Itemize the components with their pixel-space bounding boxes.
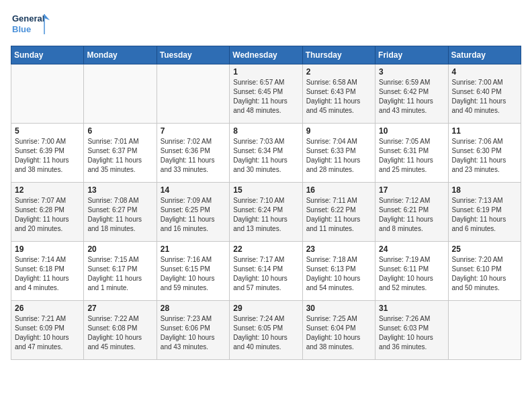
calendar-cell (448, 301, 521, 360)
day-number: 15 (233, 185, 298, 195)
day-info: Sunrise: 7:25 AM Sunset: 6:04 PM Dayligh… (306, 314, 371, 352)
day-info: Sunrise: 7:09 AM Sunset: 6:25 PM Dayligh… (161, 196, 226, 234)
calendar-week-row: 5Sunrise: 7:00 AM Sunset: 6:39 PM Daylig… (11, 124, 521, 183)
day-number: 29 (233, 304, 298, 313)
calendar-cell: 7Sunrise: 7:02 AM Sunset: 6:36 PM Daylig… (157, 124, 229, 183)
day-number: 21 (161, 244, 226, 254)
day-number: 19 (15, 244, 80, 254)
day-info: Sunrise: 7:12 AM Sunset: 6:21 PM Dayligh… (379, 196, 444, 234)
day-info: Sunrise: 7:08 AM Sunset: 6:27 PM Dayligh… (87, 196, 152, 234)
day-number: 8 (233, 126, 298, 136)
weekday-header: Thursday (302, 46, 375, 64)
day-number: 18 (452, 185, 517, 195)
calendar-cell: 20Sunrise: 7:15 AM Sunset: 6:17 PM Dayli… (84, 242, 157, 301)
day-info: Sunrise: 7:00 AM Sunset: 6:39 PM Dayligh… (15, 137, 80, 175)
day-info: Sunrise: 7:23 AM Sunset: 6:06 PM Dayligh… (161, 314, 226, 352)
day-number: 16 (306, 185, 371, 195)
day-number: 13 (87, 185, 152, 195)
day-number: 20 (87, 244, 152, 254)
calendar-cell: 18Sunrise: 7:13 AM Sunset: 6:19 PM Dayli… (448, 183, 521, 242)
calendar-cell: 31Sunrise: 7:26 AM Sunset: 6:03 PM Dayli… (375, 301, 448, 360)
weekday-header-row: SundayMondayTuesdayWednesdayThursdayFrid… (11, 46, 521, 64)
day-info: Sunrise: 7:05 AM Sunset: 6:31 PM Dayligh… (379, 137, 444, 175)
calendar-cell: 6Sunrise: 7:01 AM Sunset: 6:37 PM Daylig… (84, 124, 157, 183)
day-info: Sunrise: 7:21 AM Sunset: 6:09 PM Dayligh… (15, 314, 80, 352)
day-number: 11 (452, 126, 517, 136)
weekday-header: Monday (84, 46, 157, 64)
calendar-cell: 29Sunrise: 7:24 AM Sunset: 6:05 PM Dayli… (230, 301, 302, 360)
day-info: Sunrise: 7:26 AM Sunset: 6:03 PM Dayligh… (379, 314, 444, 352)
day-number: 28 (161, 304, 226, 313)
calendar-cell: 8Sunrise: 7:03 AM Sunset: 6:34 PM Daylig… (230, 124, 302, 183)
day-info: Sunrise: 7:00 AM Sunset: 6:40 PM Dayligh… (452, 78, 517, 116)
day-number: 30 (306, 304, 371, 313)
day-info: Sunrise: 7:14 AM Sunset: 6:18 PM Dayligh… (15, 255, 80, 293)
calendar-cell: 23Sunrise: 7:18 AM Sunset: 6:13 PM Dayli… (302, 242, 375, 301)
day-info: Sunrise: 7:20 AM Sunset: 6:10 PM Dayligh… (452, 255, 517, 293)
day-number: 7 (161, 126, 226, 136)
calendar-cell: 5Sunrise: 7:00 AM Sunset: 6:39 PM Daylig… (11, 124, 84, 183)
day-number: 12 (15, 185, 80, 195)
calendar-cell: 24Sunrise: 7:19 AM Sunset: 6:11 PM Dayli… (375, 242, 448, 301)
calendar-cell (157, 64, 229, 124)
day-info: Sunrise: 7:10 AM Sunset: 6:24 PM Dayligh… (233, 196, 298, 234)
day-number: 5 (15, 126, 80, 136)
day-number: 22 (233, 244, 298, 254)
day-number: 23 (306, 244, 371, 254)
calendar-cell: 16Sunrise: 7:11 AM Sunset: 6:22 PM Dayli… (302, 183, 375, 242)
calendar-cell (11, 64, 84, 124)
calendar-cell: 2Sunrise: 6:58 AM Sunset: 6:43 PM Daylig… (302, 64, 375, 124)
calendar-week-row: 26Sunrise: 7:21 AM Sunset: 6:09 PM Dayli… (11, 301, 521, 360)
weekday-header: Wednesday (230, 46, 302, 64)
day-info: Sunrise: 7:02 AM Sunset: 6:36 PM Dayligh… (161, 137, 226, 175)
calendar-cell: 19Sunrise: 7:14 AM Sunset: 6:18 PM Dayli… (11, 242, 84, 301)
day-info: Sunrise: 7:07 AM Sunset: 6:28 PM Dayligh… (15, 196, 80, 234)
calendar-cell: 14Sunrise: 7:09 AM Sunset: 6:25 PM Dayli… (157, 183, 229, 242)
day-info: Sunrise: 7:03 AM Sunset: 6:34 PM Dayligh… (233, 137, 298, 175)
logo-svg: General Blue (11, 11, 51, 38)
calendar-cell: 27Sunrise: 7:22 AM Sunset: 6:08 PM Dayli… (84, 301, 157, 360)
svg-marker-2 (44, 14, 50, 20)
day-info: Sunrise: 6:57 AM Sunset: 6:45 PM Dayligh… (233, 78, 298, 116)
calendar-cell: 28Sunrise: 7:23 AM Sunset: 6:06 PM Dayli… (157, 301, 229, 360)
day-number: 17 (379, 185, 444, 195)
calendar-cell: 1Sunrise: 6:57 AM Sunset: 6:45 PM Daylig… (230, 64, 302, 124)
day-info: Sunrise: 7:24 AM Sunset: 6:05 PM Dayligh… (233, 314, 298, 352)
day-info: Sunrise: 7:19 AM Sunset: 6:11 PM Dayligh… (379, 255, 444, 293)
calendar-cell: 30Sunrise: 7:25 AM Sunset: 6:04 PM Dayli… (302, 301, 375, 360)
weekday-header: Saturday (448, 46, 521, 64)
calendar-week-row: 19Sunrise: 7:14 AM Sunset: 6:18 PM Dayli… (11, 242, 521, 301)
calendar-cell: 15Sunrise: 7:10 AM Sunset: 6:24 PM Dayli… (230, 183, 302, 242)
weekday-header: Sunday (11, 46, 84, 64)
day-info: Sunrise: 7:15 AM Sunset: 6:17 PM Dayligh… (87, 255, 152, 293)
day-number: 2 (306, 67, 371, 77)
day-info: Sunrise: 7:22 AM Sunset: 6:08 PM Dayligh… (87, 314, 152, 352)
day-number: 26 (15, 304, 80, 313)
logo: General Blue (11, 11, 51, 38)
day-info: Sunrise: 6:59 AM Sunset: 6:42 PM Dayligh… (379, 78, 444, 116)
calendar-cell: 10Sunrise: 7:05 AM Sunset: 6:31 PM Dayli… (375, 124, 448, 183)
weekday-header: Tuesday (157, 46, 229, 64)
calendar-cell: 21Sunrise: 7:16 AM Sunset: 6:15 PM Dayli… (157, 242, 229, 301)
day-number: 24 (379, 244, 444, 254)
day-number: 3 (379, 67, 444, 77)
day-info: Sunrise: 7:11 AM Sunset: 6:22 PM Dayligh… (306, 196, 371, 234)
day-number: 31 (379, 304, 444, 313)
day-info: Sunrise: 7:18 AM Sunset: 6:13 PM Dayligh… (306, 255, 371, 293)
day-number: 1 (233, 67, 298, 77)
calendar-cell: 17Sunrise: 7:12 AM Sunset: 6:21 PM Dayli… (375, 183, 448, 242)
day-number: 4 (452, 67, 517, 77)
calendar-cell: 13Sunrise: 7:08 AM Sunset: 6:27 PM Dayli… (84, 183, 157, 242)
day-number: 27 (87, 304, 152, 313)
calendar-cell: 4Sunrise: 7:00 AM Sunset: 6:40 PM Daylig… (448, 64, 521, 124)
day-number: 10 (379, 126, 444, 136)
calendar-cell: 26Sunrise: 7:21 AM Sunset: 6:09 PM Dayli… (11, 301, 84, 360)
day-number: 14 (161, 185, 226, 195)
day-info: Sunrise: 7:04 AM Sunset: 6:33 PM Dayligh… (306, 137, 371, 175)
calendar-cell: 9Sunrise: 7:04 AM Sunset: 6:33 PM Daylig… (302, 124, 375, 183)
day-info: Sunrise: 7:06 AM Sunset: 6:30 PM Dayligh… (452, 137, 517, 175)
svg-text:General: General (12, 13, 44, 24)
calendar-cell: 11Sunrise: 7:06 AM Sunset: 6:30 PM Dayli… (448, 124, 521, 183)
day-info: Sunrise: 6:58 AM Sunset: 6:43 PM Dayligh… (306, 78, 371, 116)
page-header: General Blue (11, 11, 521, 38)
